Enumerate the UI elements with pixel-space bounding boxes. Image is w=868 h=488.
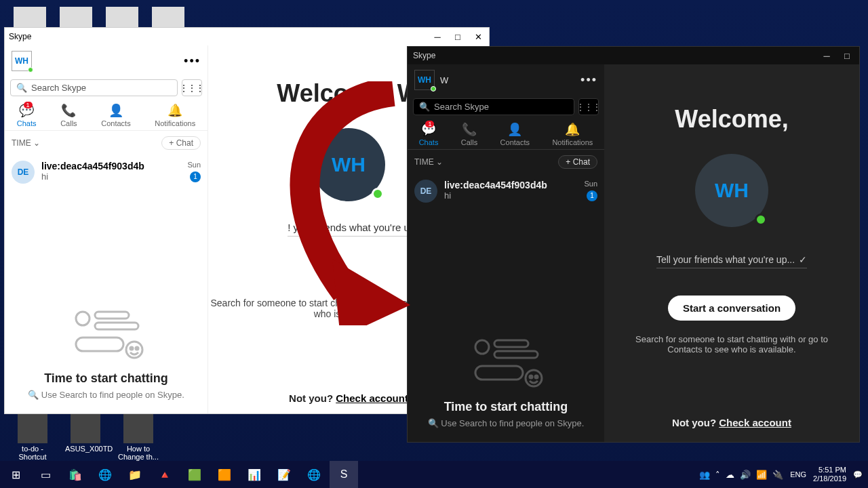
message-day: Sun xyxy=(584,180,597,188)
language-indicator[interactable]: ENG xyxy=(790,470,806,479)
svg-point-6 xyxy=(136,347,138,350)
taskbar: ⊞ ▭ 🛍️ 🌐 📁 🔺 🟩 🟧 📊 📝 🌐 S 👥 ˄ ☁ 🔊 📶 🔌 ENG… xyxy=(0,461,868,488)
search-icon: 🔍 xyxy=(419,102,430,112)
conversation-item[interactable]: DE live:deac4a454f903d4b hi Sun 1 xyxy=(408,174,604,208)
presence-icon xyxy=(755,214,767,226)
dialpad-button[interactable]: ⋮⋮⋮ xyxy=(578,98,599,115)
search-input[interactable]: 🔍Search Skype xyxy=(10,79,178,96)
conversation-item[interactable]: DE live:deac4a454f903d4b hi Sun 1 xyxy=(5,155,208,189)
wifi-icon[interactable]: 📶 xyxy=(756,470,767,480)
icon-label: How to Change th... xyxy=(118,445,159,461)
unread-badge: 1 xyxy=(190,171,201,182)
last-message: hi xyxy=(444,190,577,201)
tab-notifications[interactable]: 🔔Notifications xyxy=(552,122,593,146)
sort-label[interactable]: TIME ⌄ xyxy=(414,157,443,167)
minimize-button[interactable]: ─ xyxy=(820,51,833,61)
presence-icon xyxy=(28,67,33,73)
tab-calls[interactable]: 📞Calls xyxy=(60,103,77,127)
start-conversation-button[interactable]: Start a conversation xyxy=(668,296,795,321)
contact-avatar: DE xyxy=(414,180,437,203)
close-button[interactable]: ✕ xyxy=(471,32,485,42)
taskbar-app[interactable]: 🛍️ xyxy=(61,461,90,488)
check-account-link[interactable]: Check account xyxy=(719,417,791,428)
task-view-button[interactable]: ▭ xyxy=(31,461,60,488)
bell-icon: 🔔 xyxy=(552,122,593,137)
new-chat-button[interactable]: + Chat xyxy=(161,136,201,150)
tab-chats[interactable]: 💬Chats1 xyxy=(17,103,37,127)
check-icon: ✓ xyxy=(799,254,807,265)
search-input[interactable]: 🔍Search Skype xyxy=(413,98,574,115)
clock[interactable]: 5:51 PM 2/18/2019 xyxy=(813,466,846,483)
maximize-button[interactable]: □ xyxy=(451,32,465,42)
taskbar-app[interactable]: 🟩 xyxy=(180,461,209,488)
taskbar-app[interactable]: 🌐 xyxy=(300,461,328,488)
minimize-button[interactable]: ─ xyxy=(431,32,444,42)
status-input[interactable]: ! your friends what you're u xyxy=(288,222,410,237)
desktop-icon[interactable]: to-do - Shortcut xyxy=(12,413,53,461)
tray-chevron-icon[interactable]: ˄ xyxy=(715,470,720,480)
dialpad-button[interactable]: ⋮⋮⋮ xyxy=(182,79,202,96)
taskbar-app-skype[interactable]: S xyxy=(330,461,358,488)
presence-icon xyxy=(372,188,384,200)
presence-icon xyxy=(431,86,436,92)
empty-title: Time to start chatting xyxy=(421,400,591,414)
more-icon[interactable]: ••• xyxy=(184,54,201,68)
sidebar: WH ••• 🔍Search Skype ⋮⋮⋮ 💬Chats1 📞Calls … xyxy=(5,45,208,413)
start-button[interactable]: ⊞ xyxy=(1,461,30,488)
contact-name: live:deac4a454f903d4b xyxy=(41,161,180,171)
svg-point-0 xyxy=(76,312,90,325)
svg-point-13 xyxy=(535,375,538,378)
volume-icon[interactable]: 🔊 xyxy=(740,470,751,480)
window-title: Skype xyxy=(413,51,820,60)
svg-rect-10 xyxy=(475,366,523,380)
svg-rect-9 xyxy=(494,351,538,358)
self-name: W xyxy=(440,75,575,85)
empty-subtitle: 🔍 Use Search to find people on Skype. xyxy=(421,418,591,428)
desktop-icon[interactable]: ASUS_X00TD xyxy=(65,413,106,461)
bell-icon: 🔔 xyxy=(155,103,195,118)
people-icon[interactable]: 👥 xyxy=(699,470,710,480)
notifications-icon[interactable]: 💬 xyxy=(853,470,863,479)
battery-icon[interactable]: 🔌 xyxy=(772,470,783,480)
main-pane: Welcome, WH Tell your friends what you'r… xyxy=(604,64,859,442)
taskbar-app[interactable]: 🌐 xyxy=(91,461,119,488)
new-chat-button[interactable]: + Chat xyxy=(558,155,597,169)
badge: 1 xyxy=(24,102,33,108)
check-account-link[interactable]: Check account xyxy=(336,392,408,404)
tab-chats[interactable]: 💬Chats1 xyxy=(419,122,439,146)
onedrive-icon[interactable]: ☁ xyxy=(726,470,734,480)
status-input[interactable]: Tell your friends what you're up...✓ xyxy=(656,254,807,268)
self-avatar[interactable]: WH xyxy=(12,51,32,71)
taskbar-app[interactable]: 📁 xyxy=(121,461,149,488)
empty-state: Time to start chatting 🔍 Use Search to f… xyxy=(408,336,604,428)
system-tray[interactable]: 👥 ˄ ☁ 🔊 📶 🔌 xyxy=(699,470,783,480)
phone-icon: 📞 xyxy=(60,103,77,118)
welcome-heading: Welcome, xyxy=(675,105,788,134)
sort-label[interactable]: TIME ⌄ xyxy=(12,138,40,148)
big-avatar[interactable]: WH xyxy=(695,154,768,227)
taskbar-app[interactable]: 🟧 xyxy=(210,461,239,488)
contacts-icon: 👤 xyxy=(101,103,130,118)
svg-rect-8 xyxy=(494,340,528,347)
taskbar-app[interactable]: 📝 xyxy=(270,461,298,488)
big-avatar[interactable]: WH xyxy=(312,128,385,201)
tab-notifications[interactable]: 🔔Notifications xyxy=(155,103,195,127)
contact-name: live:deac4a454f903d4b xyxy=(444,180,577,190)
search-icon: 🔍 xyxy=(16,83,27,93)
maximize-button[interactable]: □ xyxy=(840,51,854,61)
more-icon[interactable]: ••• xyxy=(580,73,597,87)
phone-icon: 📞 xyxy=(461,122,477,137)
taskbar-app[interactable]: 📊 xyxy=(240,461,269,488)
tab-calls[interactable]: 📞Calls xyxy=(461,122,477,146)
desktop-icon[interactable]: How to Change th... xyxy=(118,413,159,461)
search-icon: 🔍 xyxy=(28,390,39,400)
taskbar-app[interactable]: 🔺 xyxy=(151,461,179,488)
search-icon: 🔍 xyxy=(428,418,439,428)
tab-contacts[interactable]: 👤Contacts xyxy=(101,103,130,127)
chevron-down-icon: ⌄ xyxy=(33,138,40,148)
empty-state: Time to start chatting 🔍 Use Search to f… xyxy=(5,308,208,400)
skype-window-dark: Skype ─ □ WH W ••• 🔍Search Skype ⋮⋮⋮ 💬Ch… xyxy=(407,46,860,443)
last-message: hi xyxy=(41,171,180,182)
tab-contacts[interactable]: 👤Contacts xyxy=(500,122,530,146)
self-avatar[interactable]: WH xyxy=(414,70,435,90)
